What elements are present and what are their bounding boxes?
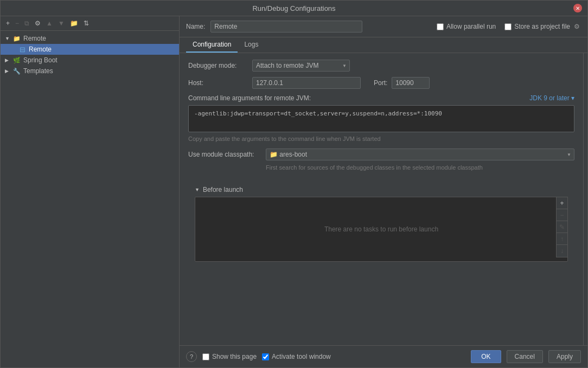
cmd-text-box: -agentlib:jdwp=transport=dt_socket,serve…	[188, 105, 574, 132]
bottom-bar: ? Show this page Activate tool window OK…	[180, 345, 587, 367]
springboot-icon: 🌿	[12, 56, 21, 64]
tabs-row: Configuration Logs	[180, 37, 587, 53]
up-config-button[interactable]: ▲	[44, 18, 55, 28]
port-input[interactable]	[392, 77, 430, 89]
tree-group-templates-label: Templates	[23, 67, 53, 75]
before-launch-title: Before launch	[203, 186, 243, 193]
name-input[interactable]	[210, 21, 362, 33]
before-launch-edit-button[interactable]: ✎	[557, 221, 567, 233]
remove-config-button[interactable]: −	[13, 18, 21, 28]
config-tree: ▼ 📁 Remote ⊟ Remote ▶ 🌿 Spring Boot ▶	[1, 31, 179, 367]
before-launch-body: There are no tasks to run before launch …	[195, 197, 568, 262]
tree-group-springboot[interactable]: ▶ 🌿 Spring Boot	[1, 55, 179, 66]
debugger-mode-select[interactable]: Attach to remote JVM Listen to remote JV…	[252, 60, 350, 72]
tab-logs[interactable]: Logs	[238, 37, 265, 53]
before-launch-empty: There are no tasks to run before launch	[195, 197, 567, 261]
allow-parallel-label: Allow parallel run	[446, 23, 496, 30]
before-launch-down-button[interactable]: ↓	[557, 245, 567, 257]
add-config-button[interactable]: +	[4, 18, 12, 28]
right-scrollbar[interactable]	[583, 53, 587, 345]
debugger-select-wrapper: Attach to remote JVM Listen to remote JV…	[252, 60, 350, 72]
tree-group-remote-label: Remote	[23, 35, 46, 42]
panel-with-scroll: Debugger mode: Attach to remote JVM List…	[180, 53, 587, 345]
store-project-label: Store as project file	[514, 23, 570, 30]
cmd-header: Command line arguments for remote JVM: J…	[188, 94, 574, 102]
templates-icon: 🔧	[12, 67, 21, 75]
module-row: Use module classpath: 📁 ares-boot	[188, 149, 574, 160]
name-label: Name:	[186, 23, 205, 30]
close-button[interactable]: ✕	[573, 4, 582, 12]
help-button[interactable]: ?	[186, 351, 197, 362]
before-launch-up-button[interactable]: ↑	[557, 233, 567, 245]
before-launch-arrow: ▼	[195, 187, 200, 192]
settings-config-button[interactable]: ⚙	[33, 18, 43, 28]
down-config-button[interactable]: ▼	[56, 18, 67, 28]
name-options: Allow parallel run Store as project file…	[437, 23, 581, 30]
tree-item-remote[interactable]: ⊟ Remote	[1, 44, 179, 55]
sort-config-button[interactable]: ⇅	[81, 18, 91, 28]
show-page-checkbox[interactable]	[202, 353, 209, 360]
arrow-icon-templates: ▶	[5, 68, 12, 74]
module-select[interactable]: 📁 ares-boot	[266, 149, 574, 160]
left-panel: + − ⧉ ⚙ ▲ ▼ 📁 ⇅ ▼ 📁 Remote ⊟	[1, 16, 180, 367]
jdk-link[interactable]: JDK 9 or later ▾	[529, 94, 574, 102]
before-launch-actions: + − ✎ ↑ ↓	[556, 197, 568, 257]
allow-parallel-checkbox[interactable]	[437, 23, 444, 30]
copy-config-button[interactable]: ⧉	[22, 18, 31, 28]
before-launch-remove-button[interactable]: −	[557, 209, 567, 221]
folder-icon: 📁	[12, 34, 21, 43]
tree-group-springboot-label: Spring Boot	[23, 56, 57, 64]
arrow-icon: ▼	[5, 36, 12, 41]
name-row: Name: Allow parallel run Store as projec…	[180, 16, 587, 37]
remote-config-icon: ⊟	[18, 45, 27, 54]
folder-config-button[interactable]: 📁	[68, 18, 80, 28]
titlebar: Run/Debug Configurations ✕	[1, 1, 587, 16]
store-row: Store as project file ⚙	[504, 23, 581, 30]
arrow-icon-spring: ▶	[5, 57, 12, 63]
dialog-title: Run/Debug Configurations	[15, 4, 573, 12]
tree-group-remote[interactable]: ▼ 📁 Remote	[1, 33, 179, 44]
before-launch-section: ▼ Before launch There are no tasks to ru…	[188, 183, 574, 262]
module-select-wrapper: 📁 ares-boot	[266, 149, 574, 160]
ok-button[interactable]: OK	[471, 350, 501, 363]
host-port-row: Host: Port:	[188, 77, 574, 89]
cmd-section: Command line arguments for remote JVM: J…	[188, 94, 574, 142]
debugger-mode-label: Debugger mode:	[188, 62, 248, 69]
apply-button[interactable]: Apply	[548, 350, 581, 363]
tree-toolbar: + − ⧉ ⚙ ▲ ▼ 📁 ⇅	[1, 16, 179, 31]
debugger-mode-row: Debugger mode: Attach to remote JVM List…	[188, 60, 574, 72]
allow-parallel-row: Allow parallel run	[437, 23, 496, 30]
cancel-button[interactable]: Cancel	[507, 350, 543, 363]
main-content: + − ⧉ ⚙ ▲ ▼ 📁 ⇅ ▼ 📁 Remote ⊟	[1, 16, 587, 367]
activate-tool-checkbox[interactable]	[262, 353, 269, 360]
host-label: Host:	[188, 79, 248, 87]
host-input[interactable]	[252, 77, 361, 89]
store-project-checkbox[interactable]	[504, 23, 512, 30]
store-gear-button[interactable]: ⚙	[573, 23, 581, 30]
right-panel: Name: Allow parallel run Store as projec…	[180, 16, 587, 367]
cmd-header-label: Command line arguments for remote JVM:	[188, 94, 311, 102]
activate-row: Activate tool window	[262, 353, 331, 360]
show-page-row: Show this page	[202, 353, 257, 360]
before-launch-header[interactable]: ▼ Before launch	[188, 183, 574, 197]
config-scroll: Debugger mode: Attach to remote JVM List…	[180, 53, 583, 345]
show-page-label: Show this page	[212, 353, 257, 360]
port-label: Port:	[374, 79, 387, 87]
run-debug-dialog: Run/Debug Configurations ✕ + − ⧉ ⚙ ▲ ▼ 📁…	[0, 0, 588, 368]
tree-item-remote-label: Remote	[29, 46, 52, 53]
module-hint: First search for sources of the debugged…	[266, 164, 574, 172]
before-launch-add-button[interactable]: +	[557, 197, 567, 209]
tree-group-templates[interactable]: ▶ 🔧 Templates	[1, 66, 179, 76]
tab-configuration[interactable]: Configuration	[186, 37, 238, 53]
cmd-hint: Copy and paste the arguments to the comm…	[188, 135, 574, 142]
module-label: Use module classpath:	[188, 151, 261, 158]
activate-tool-label: Activate tool window	[272, 353, 331, 360]
